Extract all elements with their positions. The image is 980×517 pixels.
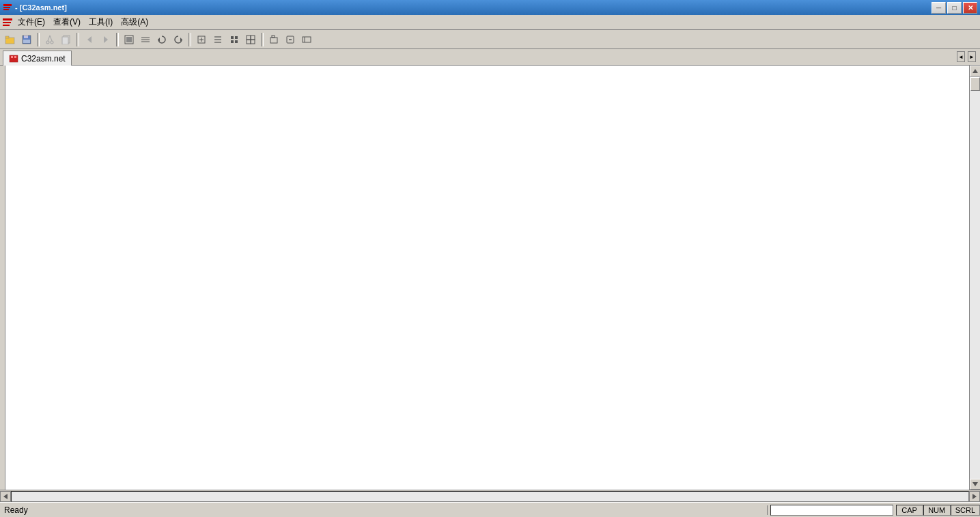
scroll-down-button[interactable] <box>970 479 980 490</box>
svg-rect-40 <box>270 38 277 43</box>
tab-label: C32asm.net <box>21 54 66 64</box>
toolbar-btn7[interactable] <box>227 32 242 47</box>
svg-rect-6 <box>5 38 14 44</box>
svg-line-13 <box>48 36 50 41</box>
status-indicators: CAP NUM SCRL <box>896 505 980 516</box>
svg-rect-44 <box>303 37 311 42</box>
toolbar-back-button[interactable] <box>82 32 97 47</box>
toolbar-btn2[interactable] <box>138 32 153 47</box>
menu-file[interactable]: 文件(E) <box>14 15 49 29</box>
svg-rect-32 <box>231 36 234 39</box>
svg-line-14 <box>50 36 52 41</box>
toolbar-cut-button[interactable] <box>42 32 57 47</box>
vertical-scrollbar[interactable] <box>969 66 980 490</box>
toolbar-sep-5 <box>261 33 264 46</box>
svg-point-12 <box>51 41 53 44</box>
title-bar-controls: ─ □ ✕ <box>932 2 977 14</box>
toolbar-btn6[interactable] <box>210 32 225 47</box>
status-text: Ready <box>0 505 768 515</box>
svg-rect-41 <box>272 36 275 38</box>
scroll-up-button[interactable] <box>970 66 980 76</box>
toolbar-btn8[interactable] <box>243 32 258 47</box>
menu-advanced[interactable]: 高级(A) <box>117 15 152 29</box>
toolbar <box>0 30 980 49</box>
svg-rect-1 <box>3 7 10 8</box>
title-bar: - [C32asm.net] ─ □ ✕ <box>0 0 980 15</box>
toolbar-save-button[interactable] <box>19 32 34 47</box>
svg-rect-34 <box>231 40 234 43</box>
minimize-button[interactable]: ─ <box>932 2 946 14</box>
toolbar-btn1[interactable] <box>122 32 137 47</box>
svg-marker-50 <box>972 482 978 486</box>
svg-rect-10 <box>23 40 30 43</box>
toolbar-btn4[interactable] <box>171 32 186 47</box>
scroll-track[interactable] <box>970 76 980 479</box>
tab-nav-right[interactable]: ► <box>968 51 976 62</box>
svg-rect-38 <box>247 40 251 44</box>
svg-rect-48 <box>14 56 16 58</box>
svg-rect-0 <box>3 4 12 6</box>
toolbar-btn9[interactable] <box>266 32 281 47</box>
svg-rect-3 <box>3 18 12 20</box>
svg-rect-47 <box>11 56 13 58</box>
svg-rect-2 <box>3 9 9 10</box>
restore-button[interactable]: □ <box>947 2 962 14</box>
status-bar: Ready CAP NUM SCRL <box>0 502 980 517</box>
toolbar-btn11[interactable] <box>299 32 314 47</box>
main-area <box>0 66 980 490</box>
toolbar-sep-2 <box>76 33 79 46</box>
app-title-icon <box>3 3 12 12</box>
svg-rect-35 <box>235 40 238 43</box>
tab-c32asm[interactable]: C32asm.net <box>3 51 72 66</box>
toolbar-btn10[interactable] <box>283 32 298 47</box>
toolbar-forward-button[interactable] <box>98 32 113 47</box>
h-scroll-track[interactable] <box>11 491 969 502</box>
svg-rect-37 <box>251 36 255 40</box>
app-menu-icon <box>1 17 14 28</box>
svg-rect-36 <box>247 36 251 40</box>
svg-marker-49 <box>972 69 978 73</box>
toolbar-btn5[interactable] <box>194 32 209 47</box>
svg-rect-5 <box>3 25 10 26</box>
svg-rect-7 <box>5 36 9 38</box>
svg-marker-17 <box>87 36 92 43</box>
toolbar-btn3[interactable] <box>154 32 169 47</box>
tab-bar: C32asm.net ◄ ► <box>0 49 980 66</box>
svg-point-11 <box>46 41 49 44</box>
svg-rect-46 <box>10 55 18 62</box>
svg-rect-33 <box>235 36 238 39</box>
svg-marker-52 <box>972 494 977 499</box>
toolbar-open-button[interactable] <box>3 32 18 47</box>
svg-rect-9 <box>24 36 28 38</box>
cap-indicator: CAP <box>896 505 923 516</box>
scroll-left-button[interactable] <box>0 491 11 502</box>
menu-bar: 文件(E) 查看(V) 工具(I) 高级(A) <box>0 15 980 30</box>
tab-nav-left[interactable]: ◄ <box>957 51 965 62</box>
svg-marker-51 <box>3 494 8 499</box>
scroll-right-button[interactable] <box>969 491 980 502</box>
scrl-indicator: SCRL <box>951 505 980 516</box>
toolbar-sep-1 <box>37 33 40 46</box>
svg-rect-16 <box>62 37 68 44</box>
content-area[interactable] <box>5 66 969 490</box>
status-progress-bar <box>770 505 893 516</box>
menu-view[interactable]: 查看(V) <box>49 15 85 29</box>
svg-rect-20 <box>126 37 132 42</box>
scroll-thumb[interactable] <box>970 77 980 91</box>
svg-rect-39 <box>251 40 255 44</box>
menu-tools[interactable]: 工具(I) <box>85 15 117 29</box>
toolbar-sep-4 <box>188 33 191 46</box>
close-button[interactable]: ✕ <box>963 2 977 14</box>
svg-rect-4 <box>3 22 11 23</box>
toolbar-sep-3 <box>116 33 119 46</box>
window-title: - [C32asm.net] <box>15 3 67 12</box>
horizontal-scrollbar-bar <box>0 490 980 502</box>
left-stripe <box>0 66 5 490</box>
svg-marker-18 <box>104 36 108 43</box>
num-indicator: NUM <box>923 505 951 516</box>
title-bar-left: - [C32asm.net] <box>3 3 67 12</box>
toolbar-copy-button[interactable] <box>59 32 74 47</box>
